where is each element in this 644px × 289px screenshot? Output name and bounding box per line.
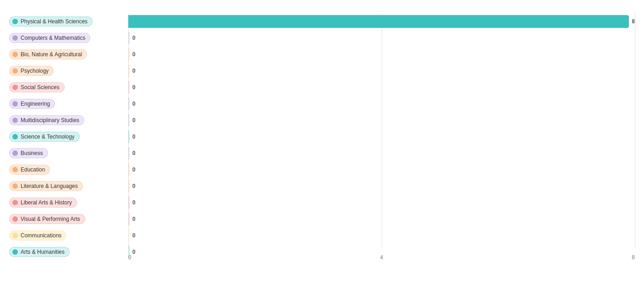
bar-row: Engineering0 [9,96,635,112]
x-axis-label: 8 [632,254,635,261]
bar-row: Visual & Performing Arts0 [9,211,635,227]
bar-label: Literature & Languages [21,183,78,189]
bars-area: Physical & Health Sciences8Computers & M… [9,14,635,261]
pill-color-dot [12,233,18,238]
bar-value: 0 [132,68,136,74]
bar-value: 0 [132,166,136,173]
bar-row: Education0 [9,162,635,177]
pill-color-dot [12,85,18,90]
pill-color-dot [12,118,18,123]
pill-color-dot [12,68,18,74]
bar-row: Liberal Arts & History0 [9,195,635,210]
bar-row: Communications0 [9,228,635,243]
bar-label: Physical & Health Sciences [21,18,87,25]
x-axis: 048 [128,254,635,261]
pill-color-dot [12,200,18,205]
bar-fill [128,213,130,225]
bar-fill [128,81,130,94]
pill-color-dot [12,101,18,107]
bar-row: Computers & Mathematics0 [9,30,635,46]
chart-body: Physical & Health Sciences8Computers & M… [9,14,635,261]
bar-row: Business0 [9,145,635,161]
pill-color-dot [12,167,18,172]
bar-value: 0 [132,51,136,58]
bar-value: 0 [132,35,136,41]
bar-value: 0 [132,84,136,91]
bar-value: 0 [132,117,136,123]
bar-fill [128,97,130,110]
bar-fill [128,180,130,193]
bar-row: Psychology0 [9,63,635,79]
bar-label: Social Sciences [21,84,60,91]
pill-color-dot [12,52,18,57]
bar-label: Psychology [21,68,49,74]
bar-label: Bio, Nature & Agricultural [21,51,82,58]
bar-row: Social Sciences0 [9,80,635,95]
bar-label: Science & Technology [21,134,75,140]
bar-fill [128,130,130,143]
bar-row: Physical & Health Sciences8 [9,14,635,29]
grid-line [635,14,635,249]
bar-label: Visual & Performing Arts [21,216,80,222]
bar-label: Education [21,166,45,173]
bar-label: Computers & Mathematics [21,35,85,41]
bar-label: Multidisciplinary Studies [21,117,79,123]
pill-color-dot [12,134,18,139]
pill-color-dot [12,35,18,41]
bar-row: Multidisciplinary Studies0 [9,112,635,128]
pill-color-dot [12,19,18,24]
bar-fill [128,229,130,242]
pill-color-dot [12,216,18,222]
bar-value: 0 [132,150,136,156]
bar-value: 0 [132,199,136,206]
pill-color-dot [12,183,18,189]
bar-row: Literature & Languages0 [9,178,635,194]
bar-value: 0 [132,232,136,239]
bar-fill [128,15,629,28]
chart-container: Physical & Health Sciences8Computers & M… [0,0,644,289]
bar-label: Communications [21,232,61,239]
x-axis-label: 0 [128,254,131,261]
bar-fill [128,32,130,44]
bar-label: Engineering [21,101,50,107]
bar-value: 0 [132,183,136,189]
bar-value: 0 [132,134,136,140]
bar-row: Science & Technology0 [9,129,635,144]
x-axis-label: 4 [380,254,383,261]
bar-label: Arts & Humanities [21,249,65,255]
pill-color-dot [12,150,18,156]
bar-fill [128,196,130,209]
bar-value: 0 [132,216,136,222]
pill-color-dot [12,249,18,255]
bar-fill [128,147,130,160]
bar-fill [128,48,130,61]
bar-fill [128,114,130,127]
bar-row: Bio, Nature & Agricultural0 [9,47,635,62]
bar-label: Liberal Arts & History [21,199,72,206]
bar-fill [128,64,130,77]
bar-fill [128,163,130,176]
bar-label: Business [21,150,43,156]
bar-value: 0 [132,101,136,107]
bar-value: 8 [632,18,635,25]
